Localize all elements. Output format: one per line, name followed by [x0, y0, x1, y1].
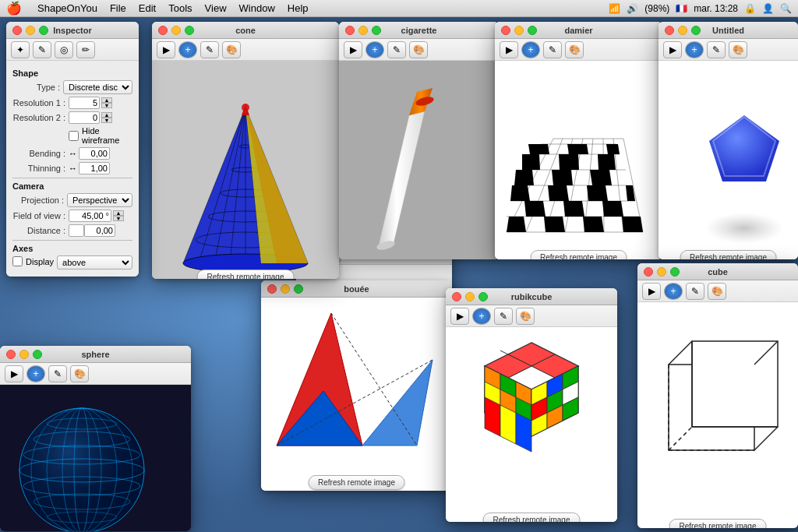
cube-minimize-button[interactable]: [657, 267, 666, 277]
fov-stepper[interactable]: ▲ ▼: [113, 210, 124, 221]
bouee-big-traffic-lights[interactable]: [267, 284, 303, 294]
res1-stepper[interactable]: ▲ ▼: [101, 97, 112, 108]
res1-input[interactable]: 5: [69, 97, 100, 109]
sphere-maximize-button[interactable]: [33, 350, 42, 359]
dam-btn-add[interactable]: +: [521, 41, 540, 58]
toolbar-btn-1[interactable]: ✦: [11, 41, 30, 58]
cube-maximize-button[interactable]: [670, 267, 680, 277]
unt-btn-brush[interactable]: ✎: [707, 41, 726, 58]
sphere-titlebar[interactable]: sphere: [0, 346, 191, 363]
cig-btn-cursor[interactable]: ▶: [344, 41, 362, 58]
distance-input1[interactable]: [69, 224, 84, 237]
cube-btn-brush[interactable]: ✎: [686, 283, 704, 300]
fov-up[interactable]: ▲: [113, 210, 124, 216]
projection-select[interactable]: Perspective: [67, 193, 132, 207]
menu-view[interactable]: View: [199, 1, 233, 16]
fov-down[interactable]: ▼: [113, 216, 124, 221]
rubik-traffic-lights[interactable]: [452, 292, 488, 301]
cone-titlebar[interactable]: cone: [152, 22, 339, 39]
unt-btn-cursor[interactable]: ▶: [663, 41, 682, 58]
damier-minimize-button[interactable]: [514, 26, 524, 35]
res2-up[interactable]: ▲: [101, 112, 112, 118]
res2-down[interactable]: ▼: [101, 118, 112, 123]
rubik-btn-add[interactable]: +: [472, 308, 491, 325]
maximize-button[interactable]: [39, 26, 48, 35]
bouee-big-close-button[interactable]: [267, 284, 277, 294]
close-button[interactable]: [12, 26, 22, 35]
bouee-big-maximize-button[interactable]: [294, 284, 303, 294]
traffic-lights[interactable]: [12, 26, 48, 35]
display-checkbox[interactable]: [12, 256, 23, 266]
sphere-btn-color[interactable]: 🎨: [70, 365, 89, 382]
res1-down[interactable]: ▼: [101, 103, 112, 108]
cone-maximize-button[interactable]: [185, 26, 194, 35]
fov-input[interactable]: 45,00 °: [69, 210, 111, 222]
rubik-titlebar[interactable]: rubikcube: [446, 288, 617, 305]
untitled-titlebar[interactable]: Untitled: [659, 22, 798, 39]
menu-help[interactable]: Help: [281, 1, 315, 16]
cone-refresh-button[interactable]: Refresh remote image: [197, 270, 295, 279]
toolbar-btn-3[interactable]: ◎: [55, 41, 73, 58]
sphere-close-button[interactable]: [6, 350, 16, 359]
damier-maximize-button[interactable]: [528, 26, 537, 35]
bending-input[interactable]: 0,00: [79, 147, 110, 160]
sphere-btn-brush[interactable]: ✎: [48, 365, 67, 382]
cube-traffic-lights[interactable]: [644, 267, 680, 277]
thinning-input[interactable]: 1,00: [79, 162, 110, 174]
cigarette-traffic-lights[interactable]: [345, 26, 381, 35]
cone-close-button[interactable]: [158, 26, 168, 35]
rubik-maximize-button[interactable]: [478, 292, 488, 301]
rubik-btn-brush[interactable]: ✎: [494, 308, 513, 325]
inspector-titlebar[interactable]: Inspector: [6, 22, 139, 39]
cig-btn-color[interactable]: 🎨: [409, 41, 428, 58]
apple-menu[interactable]: 🍎: [6, 1, 22, 16]
bouee-big-refresh-button[interactable]: Refresh remote image: [308, 475, 405, 490]
dam-btn-color[interactable]: 🎨: [565, 41, 584, 58]
sphere-traffic-lights[interactable]: [6, 350, 42, 359]
toolbar-btn-2[interactable]: ✎: [33, 41, 51, 58]
res1-up[interactable]: ▲: [101, 97, 112, 103]
rubik-minimize-button[interactable]: [465, 292, 475, 301]
cube-titlebar[interactable]: cube: [637, 263, 798, 280]
cone-btn-cursor[interactable]: ▶: [157, 41, 175, 58]
cube-close-button[interactable]: [644, 267, 653, 277]
damier-refresh-button[interactable]: Refresh remote image: [530, 250, 627, 259]
display-select[interactable]: above: [57, 255, 132, 270]
cube-refresh-button[interactable]: Refresh remote image: [669, 519, 767, 528]
untitled-maximize-button[interactable]: [691, 26, 701, 35]
cig-btn-add[interactable]: +: [365, 41, 384, 58]
unt-btn-add[interactable]: +: [685, 41, 704, 58]
minimize-button[interactable]: [26, 26, 35, 35]
cube-btn-add[interactable]: +: [664, 283, 683, 300]
rubik-btn-cursor[interactable]: ▶: [450, 308, 469, 325]
cone-minimize-button[interactable]: [171, 26, 181, 35]
cube-btn-cursor[interactable]: ▶: [642, 283, 661, 300]
cigarette-maximize-button[interactable]: [372, 26, 381, 35]
menu-edit[interactable]: Edit: [132, 1, 162, 16]
untitled-refresh-button[interactable]: Refresh remote image: [680, 250, 777, 259]
cig-btn-brush[interactable]: ✎: [387, 41, 406, 58]
cigarette-titlebar[interactable]: cigarette: [339, 22, 499, 39]
cigarette-close-button[interactable]: [345, 26, 355, 35]
toolbar-btn-4[interactable]: ✏: [76, 41, 95, 58]
bouee-big-minimize-button[interactable]: [281, 284, 290, 294]
menu-window[interactable]: Window: [233, 1, 281, 16]
type-select[interactable]: Discrete disc: [63, 80, 132, 94]
dam-btn-cursor[interactable]: ▶: [500, 41, 518, 58]
hide-wireframe-checkbox[interactable]: [69, 131, 79, 141]
menu-shapeyou[interactable]: ShapeOnYou: [31, 1, 104, 16]
rubik-close-button[interactable]: [452, 292, 461, 301]
cone-btn-color[interactable]: 🎨: [222, 41, 241, 58]
sphere-btn-add[interactable]: +: [26, 365, 45, 382]
untitled-close-button[interactable]: [665, 26, 674, 35]
damier-close-button[interactable]: [501, 26, 510, 35]
damier-titlebar[interactable]: damier: [495, 22, 662, 39]
menu-tools[interactable]: Tools: [162, 1, 198, 16]
cone-btn-add[interactable]: +: [178, 41, 197, 58]
rubik-btn-color[interactable]: 🎨: [516, 308, 535, 325]
bouee-big-titlebar[interactable]: bouée: [261, 280, 452, 298]
cube-btn-color[interactable]: 🎨: [708, 283, 726, 300]
cone-btn-brush[interactable]: ✎: [200, 41, 219, 58]
distance-input2[interactable]: 0,00: [84, 224, 115, 237]
cone-traffic-lights[interactable]: [158, 26, 194, 35]
